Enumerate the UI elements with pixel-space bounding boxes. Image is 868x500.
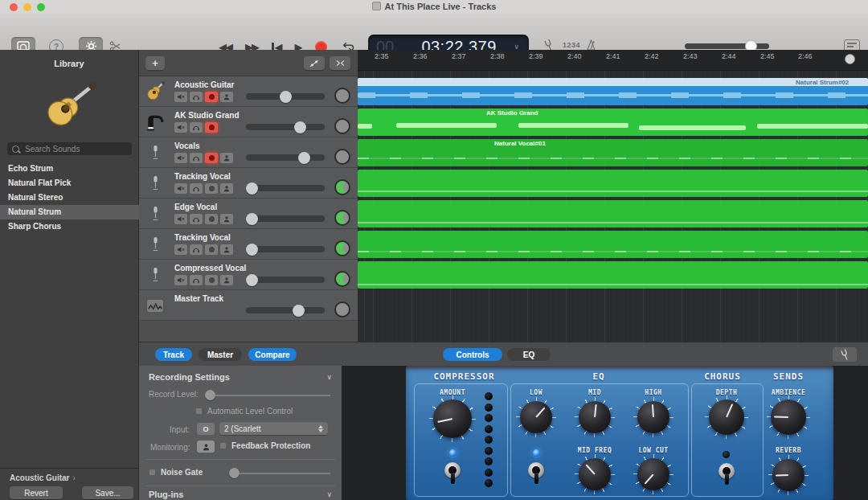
ruler-zoom-knob[interactable] — [845, 54, 855, 64]
volume-slider[interactable] — [246, 124, 325, 130]
pan-knob[interactable] — [334, 179, 350, 195]
mute-button[interactable] — [174, 153, 187, 163]
list-item[interactable]: Echo Strum — [0, 162, 139, 176]
track-row[interactable]: AK Studio Grand — [139, 107, 358, 137]
track-row[interactable]: Tracking Vocal — [139, 229, 358, 260]
solo-button[interactable] — [190, 92, 203, 102]
ambience-knob[interactable] — [767, 395, 810, 439]
list-item[interactable]: Natural Strum — [0, 205, 139, 219]
track-row[interactable]: Vocals — [139, 137, 358, 168]
volume-knob[interactable] — [293, 305, 305, 317]
tab-controls[interactable]: Controls — [443, 348, 502, 361]
volume-slider[interactable] — [246, 215, 325, 222]
volume-slider[interactable] — [246, 154, 325, 161]
save-button[interactable]: Save... — [82, 486, 133, 499]
volume-slider[interactable] — [246, 185, 325, 191]
input-monitor-button[interactable] — [220, 275, 233, 285]
eq-power-switch[interactable] — [527, 462, 545, 486]
record-enable-button[interactable] — [205, 183, 218, 194]
chevron-down-icon[interactable]: ∨ — [326, 490, 332, 498]
track-row[interactable]: Compressed Vocal — [139, 260, 358, 290]
list-item[interactable]: Natural Stereo — [0, 191, 139, 205]
record-enable-button[interactable] — [205, 244, 218, 255]
record-enable-button[interactable] — [205, 122, 218, 133]
solo-button[interactable] — [190, 153, 203, 163]
volume-slider[interactable] — [246, 307, 325, 314]
low-knob[interactable] — [516, 397, 556, 437]
mute-button[interactable] — [174, 244, 187, 255]
mute-button[interactable] — [174, 275, 187, 285]
monitoring-button[interactable] — [197, 441, 215, 453]
solo-button[interactable] — [190, 183, 203, 194]
tab-master[interactable]: Master — [199, 348, 242, 361]
depth-knob[interactable] — [705, 395, 748, 439]
audio-region[interactable] — [358, 261, 868, 289]
track-row[interactable]: Edge Vocal — [139, 199, 358, 229]
mute-button[interactable] — [174, 92, 187, 102]
volume-knob[interactable] — [246, 182, 258, 195]
solo-button[interactable] — [190, 244, 203, 255]
noise-gate-checkbox[interactable] — [149, 469, 156, 476]
tab-track[interactable]: Track — [155, 348, 192, 361]
time-ruler[interactable]: 2:35 2:36 2:37 2:38 2:39 2:40 2:41 2:42 … — [358, 50, 868, 71]
input-format-button[interactable]: O — [197, 423, 215, 435]
input-monitor-button[interactable] — [220, 244, 233, 255]
volume-knob[interactable] — [246, 274, 258, 286]
audio-region[interactable] — [358, 231, 868, 258]
count-in-button[interactable]: 1234 — [563, 41, 580, 49]
low-cut-knob[interactable] — [633, 454, 674, 494]
pan-knob[interactable] — [334, 118, 350, 134]
audio-region[interactable] — [358, 170, 868, 197]
volume-slider[interactable] — [246, 93, 325, 100]
tab-eq[interactable]: EQ — [507, 348, 551, 361]
pan-knob[interactable] — [334, 240, 350, 256]
search-sounds-field[interactable] — [7, 142, 132, 155]
volume-slider[interactable] — [246, 246, 325, 252]
revert-button[interactable]: Revert — [10, 486, 63, 499]
master-track-row[interactable]: Master Track — [139, 290, 358, 321]
mute-button[interactable] — [174, 183, 187, 194]
input-monitor-button[interactable] — [220, 92, 233, 102]
compressor-power-switch[interactable] — [444, 462, 461, 486]
tuning-fork-button[interactable] — [833, 347, 857, 362]
noise-gate-knob[interactable] — [229, 468, 240, 478]
record-enable-button[interactable] — [205, 153, 218, 163]
volume-knob[interactable] — [246, 244, 258, 256]
volume-knob[interactable] — [298, 152, 310, 164]
tab-compare[interactable]: Compare — [248, 348, 297, 361]
mid-knob[interactable] — [575, 397, 615, 437]
audio-region[interactable]: Natural Strum#02 — [358, 78, 868, 105]
feedback-protection-checkbox[interactable] — [219, 442, 227, 449]
reverb-knob[interactable] — [768, 455, 809, 495]
list-item[interactable]: Sharp Chorus — [0, 219, 139, 234]
midi-region[interactable]: AK Studio Grand — [358, 109, 868, 136]
catch-playhead-button[interactable] — [330, 56, 350, 70]
chevron-down-icon[interactable]: ∨ — [326, 373, 332, 381]
pan-knob[interactable] — [334, 210, 350, 226]
pan-knob[interactable] — [334, 301, 350, 318]
auto-level-checkbox[interactable] — [195, 408, 203, 415]
volume-knob[interactable] — [246, 213, 258, 225]
input-monitor-button[interactable] — [220, 183, 233, 194]
mute-button[interactable] — [174, 214, 187, 224]
solo-button[interactable] — [190, 275, 203, 285]
pan-knob[interactable] — [334, 88, 350, 104]
chorus-power-switch[interactable] — [718, 463, 735, 487]
master-volume-slider[interactable] — [685, 43, 769, 49]
high-knob[interactable] — [633, 397, 674, 437]
solo-button[interactable] — [190, 122, 203, 133]
list-item[interactable]: Natural Flat Pick — [0, 176, 139, 191]
track-row[interactable]: Tracking Vocal — [139, 168, 358, 199]
input-monitor-button[interactable] — [220, 214, 233, 224]
audio-region[interactable]: Natural Vocal#01 — [358, 139, 868, 166]
pan-knob[interactable] — [334, 271, 350, 287]
pan-knob[interactable] — [334, 149, 350, 165]
mid-freq-knob[interactable] — [575, 454, 615, 494]
volume-knob[interactable] — [294, 121, 306, 133]
record-level-knob[interactable] — [205, 390, 215, 400]
volume-knob[interactable] — [280, 91, 292, 103]
amount-knob[interactable] — [429, 395, 476, 442]
audio-region[interactable] — [358, 200, 868, 227]
input-select[interactable]: 2 (Scarlett — [219, 422, 328, 435]
input-monitor-button[interactable] — [220, 153, 233, 163]
